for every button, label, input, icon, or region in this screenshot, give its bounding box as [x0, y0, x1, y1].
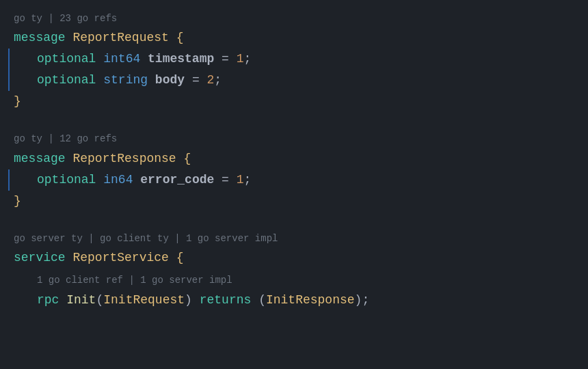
close-brace-2: }: [14, 192, 21, 210]
code-line-timestamp: optional int64 timestamp = 1 ;: [0, 49, 588, 70]
paren-close: ): [185, 291, 192, 310]
code-line-service: service ReportService {: [0, 247, 588, 269]
code-line-error-code: optional in64 error_code = 1 ;: [0, 169, 588, 191]
gap-2: [0, 212, 588, 227]
keyword-rpc: rpc: [37, 291, 59, 310]
field-name-body: body: [155, 71, 185, 90]
return-type-init-response: InitResponse: [266, 291, 355, 310]
field-name-error-code: error_code: [140, 171, 214, 189]
sub-meta-service: 1 go client ref | 1 go server impl: [0, 269, 588, 289]
open-brace-3: {: [176, 249, 184, 267]
code-editor: go ty | 23 go refs message ReportRequest…: [0, 0, 588, 318]
meta-line-1: go ty | 23 go refs: [0, 7, 588, 27]
open-brace-1: {: [176, 29, 184, 47]
operator-equals-2: =: [192, 71, 200, 90]
field-value-2: 2: [207, 71, 215, 90]
open-brace-2: {: [183, 150, 191, 168]
paren-open: (: [96, 291, 103, 310]
close-brace-1: }: [14, 92, 21, 111]
field-name-timestamp: timestamp: [148, 50, 214, 68]
semicolon-1: ;: [244, 50, 252, 68]
code-line-message-response: message ReportResponse {: [0, 148, 588, 169]
code-line-rpc: rpc Init ( InitRequest ) returns ( InitR…: [0, 290, 588, 311]
semicolon-3: ;: [244, 171, 252, 189]
keyword-message-2: message: [14, 150, 66, 168]
code-line-body: optional string body = 2 ;: [0, 70, 588, 91]
type-name-report-request: ReportRequest: [72, 29, 168, 47]
meta-line-3: go server ty | go client ty | 1 go serve…: [0, 227, 588, 247]
keyword-message: message: [14, 29, 66, 47]
code-line-close-response: }: [0, 191, 588, 212]
func-name-init: Init: [66, 291, 96, 310]
field-value-1: 1: [237, 50, 244, 68]
field-type-in64: in64: [103, 171, 133, 189]
operator-equals-1: =: [222, 50, 229, 68]
type-name-report-response: ReportResponse: [72, 150, 176, 168]
type-name-report-service: ReportService: [72, 249, 168, 267]
code-line-close-request: }: [0, 91, 588, 112]
field-type-int64: int64: [103, 50, 140, 68]
keyword-optional-1: optional: [37, 50, 96, 68]
field-type-string: string: [103, 71, 148, 90]
keyword-service: service: [14, 249, 66, 267]
keyword-optional-3: optional: [37, 171, 96, 189]
keyword-returns: returns: [200, 291, 252, 310]
paren-open-2: (: [258, 291, 266, 310]
semicolon-2: ;: [214, 71, 222, 90]
meta-line-2: go ty | 12 go refs: [0, 127, 588, 148]
paren-close-2: ): [355, 291, 362, 310]
operator-equals-3: =: [222, 171, 229, 189]
keyword-optional-2: optional: [37, 71, 96, 90]
gap-1: [0, 112, 588, 127]
field-value-3: 1: [237, 171, 244, 189]
param-type-init-request: InitRequest: [103, 291, 185, 310]
code-line-message-request: message ReportRequest {: [0, 27, 588, 49]
semicolon-4: ;: [362, 291, 369, 310]
